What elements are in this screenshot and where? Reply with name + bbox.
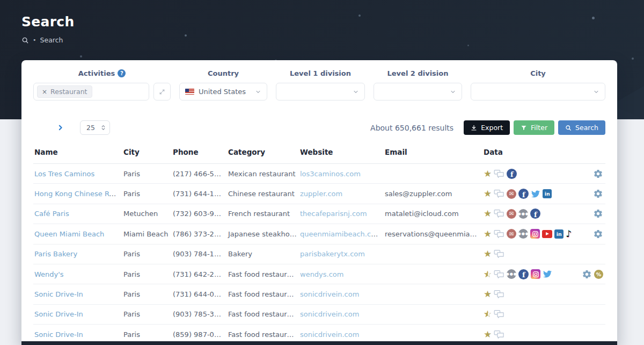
twitter-icon[interactable] bbox=[531, 190, 540, 198]
results-toolbar: 25 About 650,661 results Export Filter S… bbox=[21, 120, 617, 135]
website-link[interactable]: sonicdrivein.com bbox=[300, 310, 359, 318]
youtube-icon[interactable] bbox=[542, 230, 552, 238]
reviews-chat-icon bbox=[494, 290, 504, 299]
phone-cell: (732) 603-9200 bbox=[172, 204, 227, 224]
reviews-chat-icon bbox=[494, 270, 504, 279]
category-cell: Fast food restaurant bbox=[227, 304, 299, 324]
data-icons: ★ bbox=[484, 249, 603, 258]
phone-cell: (217) 466-5824 bbox=[172, 164, 227, 184]
business-name-link[interactable]: Queen Miami Beach bbox=[34, 230, 104, 238]
business-name-link[interactable]: Sonic Drive-In bbox=[34, 330, 83, 339]
expand-activities-button[interactable] bbox=[153, 83, 171, 100]
export-button[interactable]: Export bbox=[464, 120, 510, 135]
website-link[interactable]: thecafeparisnj.com bbox=[300, 210, 367, 218]
gear-icon[interactable] bbox=[582, 269, 592, 279]
instagram-icon[interactable] bbox=[530, 229, 540, 239]
country-value: United States bbox=[199, 88, 246, 96]
website-link[interactable]: zuppler.com bbox=[300, 190, 342, 198]
star-dot bbox=[632, 58, 634, 60]
table-row: Hong Kong Chinese Resta...Paris(731) 644… bbox=[33, 184, 605, 204]
remove-tag-icon[interactable]: × bbox=[42, 88, 47, 96]
email-cell bbox=[384, 304, 482, 324]
website-link[interactable]: los3caminos.com bbox=[300, 170, 361, 178]
tiktok-icon[interactable]: ♪ bbox=[566, 229, 572, 239]
category-cell: Fast food restaurant bbox=[227, 284, 299, 304]
city-select[interactable] bbox=[471, 83, 605, 100]
star-rating-icon: ★ bbox=[484, 229, 492, 239]
website-link[interactable]: queenmiamibeach.com bbox=[300, 230, 382, 238]
gear-icon[interactable] bbox=[593, 229, 603, 239]
business-name-link[interactable]: Paris Bakery bbox=[34, 250, 77, 258]
results-count: About 650,661 results bbox=[370, 124, 453, 132]
email-icon[interactable]: ✉ bbox=[507, 189, 516, 199]
table-body: Los Tres CaminosParis(217) 466-5824Mexic… bbox=[33, 164, 605, 345]
gear-icon[interactable] bbox=[593, 169, 603, 179]
email-cell bbox=[384, 284, 482, 304]
chevron-right-icon[interactable] bbox=[57, 124, 64, 131]
data-icons: ★✉●●●f bbox=[484, 209, 603, 219]
table-row: Paris BakeryParis(903) 784-1331Bakerypar… bbox=[33, 244, 605, 264]
activities-input[interactable]: × Restaurant bbox=[33, 83, 149, 100]
more-links-icon[interactable]: ●●● bbox=[518, 229, 528, 239]
facebook-icon[interactable]: f bbox=[518, 269, 529, 279]
facebook-icon[interactable]: f bbox=[507, 169, 517, 179]
more-links-icon[interactable]: ●●● bbox=[518, 209, 528, 219]
activity-tag-label: Restaurant bbox=[50, 88, 87, 96]
gear-icon[interactable] bbox=[593, 189, 603, 199]
data-icons: ★✉●●●in♪ bbox=[484, 229, 603, 239]
help-icon[interactable]: ? bbox=[118, 69, 126, 77]
email-icon[interactable]: ✉ bbox=[507, 229, 516, 239]
col-header-category: Category bbox=[227, 143, 299, 164]
page-size-select[interactable]: 25 bbox=[80, 120, 110, 135]
star-rating-icon: ★ bbox=[484, 330, 492, 339]
level1-select[interactable] bbox=[276, 83, 365, 100]
half-star-rating-icon: ☆★ bbox=[484, 270, 492, 279]
gear-icon[interactable] bbox=[593, 209, 603, 219]
phone-cell: (731) 644-1810 bbox=[172, 184, 227, 204]
star-rating-icon: ★ bbox=[484, 189, 492, 198]
table-row: Café ParisMetuchen(732) 603-9200French r… bbox=[33, 204, 605, 224]
email-cell bbox=[384, 264, 482, 284]
country-label: Country bbox=[208, 69, 239, 77]
more-links-icon[interactable]: ●●● bbox=[507, 269, 516, 279]
email-icon[interactable]: ✉ bbox=[507, 209, 516, 219]
instagram-icon[interactable] bbox=[531, 269, 540, 279]
table-row: Wendy'sParis(731) 642-2788Fast food rest… bbox=[33, 264, 605, 284]
search-button[interactable]: Search bbox=[558, 120, 605, 135]
facebook-icon[interactable]: f bbox=[518, 189, 529, 199]
linkedin-icon[interactable]: in bbox=[543, 189, 552, 198]
search-card: Activities ? × Restaurant Country bbox=[21, 60, 617, 345]
business-name-link[interactable]: Café Paris bbox=[34, 210, 69, 218]
facebook-icon[interactable]: f bbox=[530, 209, 540, 219]
level2-label: Level 2 division bbox=[387, 69, 448, 77]
country-select[interactable]: United States bbox=[179, 83, 267, 100]
table-row: Sonic Drive-InParis(731) 644-0880Fast fo… bbox=[33, 284, 605, 304]
city-cell: Paris bbox=[122, 164, 172, 184]
business-name-link[interactable]: Sonic Drive-In bbox=[34, 290, 83, 298]
twitter-icon[interactable] bbox=[543, 270, 552, 278]
chevron-down-icon bbox=[450, 89, 456, 95]
website-link[interactable]: parisbakerytx.com bbox=[300, 250, 365, 258]
email-cell: mataleti@icloud.com bbox=[384, 204, 482, 224]
website-link[interactable]: wendys.com bbox=[300, 270, 344, 278]
filter-button[interactable]: Filter bbox=[514, 120, 554, 135]
website-link[interactable]: sonicdrivein.com bbox=[300, 290, 359, 298]
star-dot bbox=[467, 45, 469, 46]
city-cell: Paris bbox=[122, 304, 172, 324]
city-cell: Paris bbox=[122, 264, 172, 284]
filter-country: Country United States bbox=[179, 69, 267, 100]
business-name-link[interactable]: Los Tres Caminos bbox=[34, 170, 94, 178]
col-header-phone: Phone bbox=[172, 143, 227, 164]
business-name-link[interactable]: Sonic Drive-In bbox=[34, 310, 83, 318]
phone-cell: (903) 784-1331 bbox=[172, 244, 227, 264]
col-header-city: City bbox=[122, 143, 172, 164]
linkedin-icon[interactable]: in bbox=[554, 229, 564, 239]
level2-select[interactable] bbox=[374, 83, 462, 100]
website-link[interactable]: sonicdrivein.com bbox=[300, 330, 359, 339]
business-name-link[interactable]: Wendy's bbox=[34, 270, 64, 278]
reviews-chat-icon bbox=[494, 330, 504, 339]
col-header-email: Email bbox=[384, 143, 482, 164]
data-icons: ★f bbox=[484, 169, 603, 179]
business-name-link[interactable]: Hong Kong Chinese Resta... bbox=[34, 190, 122, 198]
category-cell: Japanese steakhouse bbox=[227, 224, 299, 244]
